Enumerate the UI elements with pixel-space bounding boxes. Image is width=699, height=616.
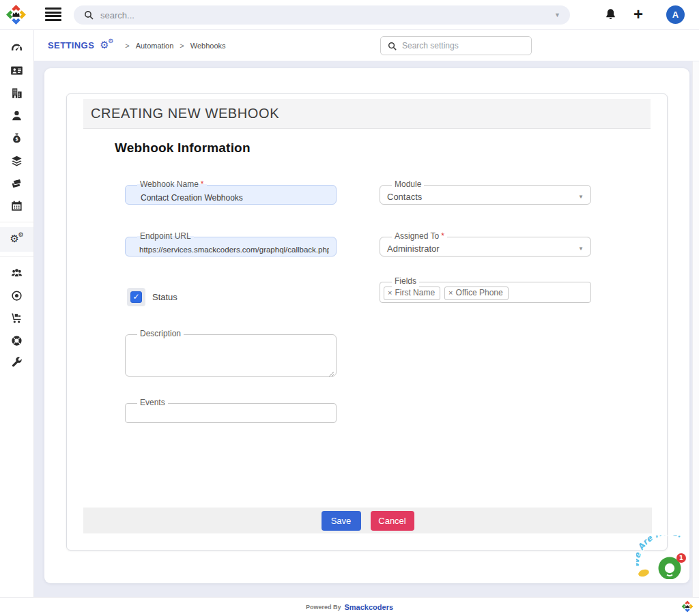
notifications-bell-icon[interactable] — [603, 7, 618, 23]
app-logo-icon[interactable] — [5, 4, 27, 25]
module-selected-value: Contacts — [387, 192, 578, 202]
mascot-hand — [638, 568, 650, 578]
fields-field: Fields ×First Name×Office Phone — [380, 276, 591, 303]
breadcrumb-settings-link[interactable]: SETTINGS — [48, 40, 94, 50]
breadcrumb-separator: > — [180, 42, 184, 50]
powered-by-text: Powered By — [306, 604, 341, 611]
contacts-icon — [10, 64, 24, 78]
sidebar-divider — [0, 256, 33, 257]
topbar: ▼ + A — [0, 0, 699, 30]
sidebar-item-contacts[interactable] — [0, 59, 33, 82]
menu-hamburger-icon[interactable] — [45, 8, 61, 23]
sidebar-item-inventory[interactable] — [0, 307, 33, 329]
remove-tag-icon[interactable]: × — [448, 289, 453, 297]
user-avatar[interactable]: A — [666, 5, 685, 24]
global-search[interactable]: ▼ — [74, 5, 570, 25]
sidebar-item-targets[interactable] — [0, 284, 33, 307]
sidebar-item-tools[interactable] — [0, 352, 33, 375]
breadcrumb-separator: > — [125, 42, 129, 50]
field-tag-office-phone[interactable]: ×Office Phone — [444, 287, 509, 300]
checkmark-icon: ✓ — [130, 291, 142, 303]
sidebar-item-opportunities[interactable]: $ — [0, 127, 33, 149]
description-field: Description — [125, 328, 337, 379]
required-asterisk: * — [201, 179, 204, 189]
sidebar-item-products[interactable] — [0, 149, 33, 172]
sidebar-divider — [0, 222, 33, 222]
page-footer: Powered By Smackcoders — [0, 597, 699, 616]
sidebar-item-calendar[interactable] — [0, 194, 33, 217]
webhook-form-card: CREATING NEW WEBHOOK Webhook Information… — [66, 93, 668, 551]
events-label: Events — [137, 397, 168, 409]
badge-count: 1 — [679, 555, 683, 561]
settings-icon: ⚙⚙ — [10, 233, 24, 246]
search-scope-dropdown-icon[interactable]: ▼ — [554, 12, 560, 18]
settings-gears-icon: ⚙⚙ — [100, 40, 114, 52]
breadcrumb-item-webhooks[interactable]: Webhooks — [190, 42, 226, 50]
organizations-icon — [10, 87, 24, 100]
module-label: Module — [392, 179, 424, 190]
assigned-to-selected-value: Administrator — [387, 244, 578, 254]
field-tag-first-name[interactable]: ×First Name — [384, 287, 440, 300]
card-header: CREATING NEW WEBHOOK — [83, 99, 651, 129]
tools-icon — [10, 357, 24, 370]
breadcrumb-item-automation[interactable]: Automation — [136, 42, 174, 50]
mascot-face — [665, 563, 674, 573]
invoices-icon — [10, 177, 24, 190]
brand-logo-icon — [681, 600, 694, 613]
status-label: Status — [152, 292, 177, 302]
events-field: Events — [125, 397, 337, 423]
sidebar-item-settings[interactable]: ⚙⚙ — [0, 227, 33, 252]
assigned-to-field: Assigned To* Administrator ▼ — [380, 231, 591, 256]
support-icon — [10, 334, 24, 348]
webhook-name-field: Webhook Name* — [125, 179, 337, 205]
search-icon — [83, 10, 94, 20]
sidebar-item-support[interactable] — [0, 329, 33, 352]
app-screen: ▼ + A $⚙⚙ SETTINGS ⚙⚙ > Automation > Web… — [0, 0, 699, 616]
sidebar-item-invoices[interactable] — [0, 172, 33, 194]
status-checkbox[interactable]: ✓ — [127, 288, 145, 306]
chevron-down-icon: ▼ — [578, 246, 584, 252]
leads-icon — [10, 109, 24, 123]
main-content: CREATING NEW WEBHOOK Webhook Information… — [34, 61, 699, 597]
dashboard-icon — [10, 42, 24, 55]
quick-create-plus-icon[interactable]: + — [633, 3, 643, 25]
remove-tag-icon[interactable]: × — [388, 289, 392, 297]
endpoint-url-label: Endpoint URL — [137, 231, 194, 242]
webhook-name-label: Webhook Name* — [137, 179, 207, 190]
description-label: Description — [137, 328, 184, 340]
opportunities-icon: $ — [10, 132, 24, 145]
sidebar-item-users[interactable] — [0, 262, 33, 284]
description-textarea[interactable] — [125, 334, 337, 377]
cancel-button[interactable]: Cancel — [371, 511, 414, 531]
global-search-input[interactable] — [100, 10, 554, 20]
module-field: Module Contacts ▼ — [380, 179, 591, 205]
calendar-icon — [10, 199, 24, 213]
breadcrumb-bar: SETTINGS ⚙⚙ > Automation > Webhooks — [34, 30, 699, 61]
chat-widget[interactable]: 1 We Are Here! — [636, 536, 698, 579]
search-icon — [387, 41, 397, 51]
scrollbar-track[interactable] — [692, 61, 699, 597]
endpoint-url-field: Endpoint URL — [125, 231, 337, 256]
chevron-down-icon: ▼ — [578, 194, 584, 200]
settings-search-input[interactable] — [402, 41, 525, 50]
settings-search[interactable] — [380, 36, 532, 55]
save-button[interactable]: Save — [322, 511, 361, 531]
status-field: ✓ Status — [127, 287, 177, 307]
assigned-to-label: Assigned To* — [392, 231, 447, 242]
brand-link[interactable]: Smackcoders — [344, 603, 393, 611]
page-title: CREATING NEW WEBHOOK — [91, 106, 279, 121]
sidebar-item-organizations[interactable] — [0, 82, 33, 104]
sidebar-item-leads[interactable] — [0, 104, 33, 127]
sidebar-item-dashboard[interactable] — [0, 37, 33, 59]
page-card: CREATING NEW WEBHOOK Webhook Information… — [44, 68, 689, 583]
section-title: Webhook Information — [115, 141, 251, 156]
targets-icon — [10, 289, 24, 303]
svg-text:$: $ — [15, 136, 18, 142]
sidebar: $⚙⚙ — [0, 30, 34, 597]
fields-label: Fields — [392, 276, 419, 287]
form-footer: Save Cancel — [83, 508, 652, 533]
required-asterisk: * — [441, 231, 444, 241]
products-icon — [10, 154, 24, 168]
users-icon — [10, 267, 24, 280]
inventory-icon — [10, 312, 24, 325]
